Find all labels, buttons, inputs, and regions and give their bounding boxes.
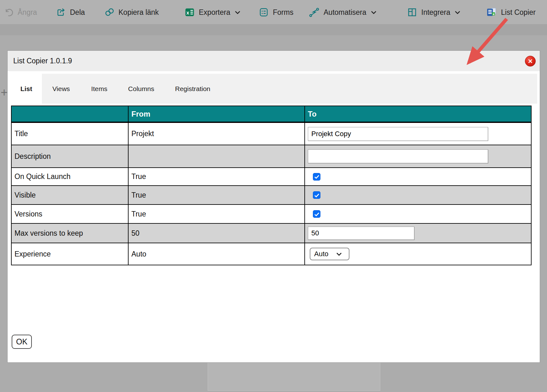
versions-checkbox[interactable] — [313, 210, 320, 218]
table-row: Max versions to keep 50 — [11, 223, 531, 243]
plus-icon: + — [1, 86, 8, 99]
svg-text:x: x — [186, 10, 189, 15]
share-button[interactable]: Dela — [56, 0, 85, 25]
table-row: On Quick Launch True — [11, 168, 531, 186]
command-bar: Ångra Dela Kopiera länk — [0, 0, 547, 25]
table-row: Description — [11, 145, 531, 168]
tab-strip: List Views Items Columns Registration — [11, 74, 537, 104]
undo-label: Ångra — [18, 8, 37, 17]
share-icon — [56, 7, 66, 17]
from-value: True — [128, 205, 305, 223]
export-button[interactable]: x Exportera — [185, 0, 241, 25]
check-icon — [314, 172, 320, 181]
from-value: True — [128, 168, 305, 186]
ok-button[interactable]: OK — [12, 335, 32, 349]
row-label: Experience — [11, 243, 128, 265]
header-from: From — [128, 106, 305, 122]
undo-icon — [4, 8, 14, 17]
integrate-label: Integrera — [421, 8, 450, 17]
chevron-down-icon — [234, 10, 241, 14]
title-input[interactable] — [308, 127, 488, 141]
integrate-button[interactable]: Integrera — [407, 0, 461, 25]
table-header-row: From To — [11, 106, 531, 122]
row-label: Visible — [11, 186, 128, 205]
list-copier-dialog: List Copier 1.0.1.9 ✕ List Views Items C… — [7, 50, 540, 363]
copy-link-label: Kopiera länk — [118, 8, 159, 17]
row-label: Title — [11, 122, 128, 145]
undo-button[interactable]: Ångra — [4, 0, 37, 25]
from-value: True — [128, 186, 305, 205]
from-value: Auto — [128, 243, 305, 265]
check-icon — [314, 191, 320, 199]
link-icon — [104, 7, 114, 17]
table-row: Visible True — [11, 186, 531, 205]
description-input[interactable] — [308, 149, 488, 163]
share-label: Dela — [70, 8, 85, 17]
grid-icon — [407, 7, 417, 17]
list-copier-button[interactable]: List Copier — [486, 0, 536, 25]
table-row: Versions True — [11, 205, 531, 223]
chevron-down-icon — [454, 10, 461, 14]
table-row: Experience Auto Auto — [11, 243, 531, 265]
check-icon — [314, 210, 320, 218]
automate-button[interactable]: Automatisera — [309, 0, 377, 25]
chevron-down-icon — [336, 250, 342, 258]
page: Ångra Dela Kopiera länk — [0, 0, 547, 392]
from-value: Projekt — [128, 122, 305, 145]
visible-checkbox[interactable] — [313, 191, 320, 199]
chevron-down-icon — [371, 10, 377, 14]
quick-launch-checkbox[interactable] — [313, 173, 320, 181]
tab-list[interactable]: List — [11, 74, 42, 104]
row-label: Description — [11, 145, 128, 168]
select-value: Auto — [314, 250, 328, 258]
flow-icon — [309, 7, 320, 17]
forms-label: Forms — [273, 8, 293, 17]
experience-select[interactable]: Auto — [310, 248, 349, 260]
list-copier-label: List Copier — [501, 8, 536, 17]
list-copier-icon — [486, 7, 497, 18]
page-band — [0, 25, 547, 35]
forms-button[interactable]: Forms — [259, 0, 293, 25]
dialog-title: List Copier 1.0.1.9 — [13, 57, 72, 65]
header-to: To — [305, 106, 531, 122]
copy-settings-table: From To Title Projekt Description On Qui… — [11, 106, 532, 265]
from-value — [128, 145, 305, 168]
copy-link-button[interactable]: Kopiera länk — [104, 0, 159, 25]
dialog-titlebar: List Copier 1.0.1.9 — [8, 51, 540, 72]
excel-icon: x — [185, 7, 195, 17]
from-value: 50 — [128, 223, 305, 243]
header-blank — [11, 106, 128, 122]
table-row: Title Projekt — [11, 122, 531, 145]
tab-columns[interactable]: Columns — [118, 74, 164, 104]
export-label: Exportera — [199, 8, 230, 17]
tab-items[interactable]: Items — [80, 74, 118, 104]
max-versions-input[interactable] — [308, 227, 414, 240]
forms-icon — [259, 7, 269, 17]
tab-views[interactable]: Views — [42, 74, 80, 104]
row-label: Max versions to keep — [11, 223, 128, 243]
row-label: On Quick Launch — [11, 168, 128, 186]
tab-registration[interactable]: Registration — [164, 74, 221, 104]
row-label: Versions — [11, 205, 128, 223]
automate-label: Automatisera — [324, 8, 366, 17]
close-icon[interactable]: ✕ — [525, 56, 536, 66]
